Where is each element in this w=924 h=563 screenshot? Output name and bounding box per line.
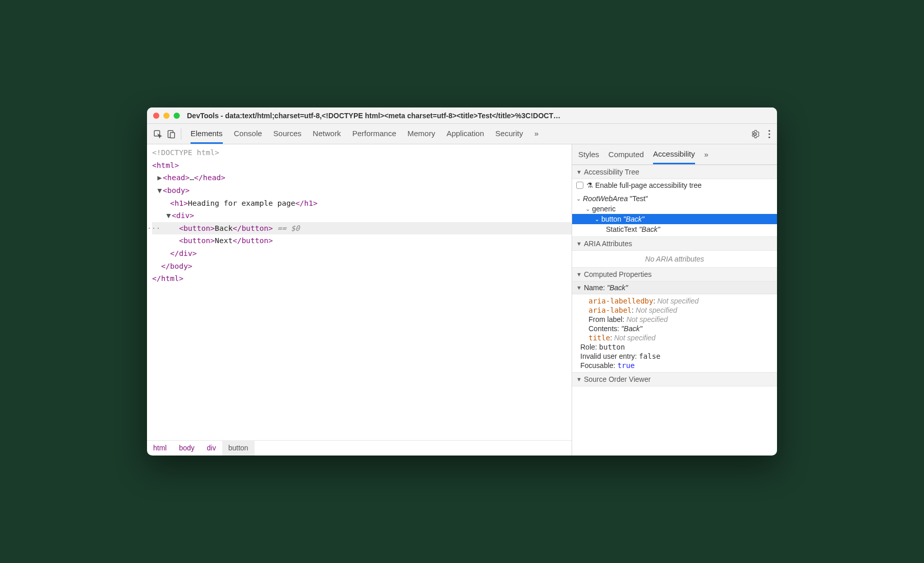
aria-header[interactable]: ▼ARIA Attributes: [572, 236, 777, 251]
svg-point-4: [768, 130, 770, 132]
svg-point-5: [768, 133, 770, 135]
tab-sources[interactable]: Sources: [274, 124, 302, 144]
dom-div-open[interactable]: ▼<div>: [152, 209, 572, 222]
devtools-window: DevTools - data:text/html;charset=utf-8,…: [147, 107, 777, 456]
dom-h1[interactable]: <h1>Heading for example page</h1>: [152, 197, 572, 210]
computed-body: aria-labelledby: Not specified aria-labe…: [572, 294, 777, 372]
breadcrumb-button[interactable]: button: [222, 440, 255, 456]
dom-body-open[interactable]: ▼<body>: [152, 184, 572, 197]
a11y-static-text[interactable]: StaticText "Back": [576, 224, 773, 234]
prop-title: title: Not specified: [576, 333, 773, 342]
breadcrumb-html[interactable]: html: [147, 440, 173, 456]
a11y-static-text-row: StaticText "Back": [572, 224, 777, 236]
kebab-menu-icon[interactable]: [766, 129, 773, 139]
dom-button-back[interactable]: <button>Back</button> == $0: [152, 222, 572, 235]
a11y-tree-header[interactable]: ▼Accessibility Tree: [572, 165, 777, 179]
device-toggle-icon[interactable]: [164, 129, 178, 139]
a11y-enable-row[interactable]: ⚗ Enable full-page accessibility tree: [572, 179, 777, 191]
side-tab-styles[interactable]: Styles: [578, 145, 599, 163]
prop-aria-label: aria-label: Not specified: [576, 306, 773, 315]
a11y-button-selected[interactable]: ⌄button "Back": [572, 214, 777, 224]
svg-rect-2: [171, 133, 175, 138]
side-tab-more[interactable]: »: [704, 145, 708, 163]
prop-aria-labelledby: aria-labelledby: Not specified: [576, 296, 773, 306]
prop-focusable: Focusable: true: [576, 361, 773, 370]
prop-contents: Contents: "Back": [576, 324, 773, 333]
inspect-icon[interactable]: [151, 129, 164, 139]
side-tabs: Styles Computed Accessibility »: [572, 144, 777, 165]
dom-button-next[interactable]: <button>Next</button>: [152, 234, 572, 247]
dom-div-close[interactable]: </div>: [152, 247, 572, 260]
aria-body: No ARIA attributes: [572, 251, 777, 267]
tab-elements[interactable]: Elements: [191, 124, 223, 144]
main-toolbar: Elements Console Sources Network Perform…: [147, 124, 777, 144]
maximize-window-button[interactable]: [174, 113, 180, 119]
prop-from-label: From label: Not specified: [576, 315, 773, 324]
dom-tree[interactable]: <!DOCTYPE html> <html> ▶<head>…</head> ▼…: [147, 144, 572, 440]
content-area: <!DOCTYPE html> <html> ▶<head>…</head> ▼…: [147, 144, 777, 456]
dom-doctype[interactable]: <!DOCTYPE html>: [152, 146, 572, 159]
tab-performance[interactable]: Performance: [352, 124, 396, 144]
breadcrumb-div[interactable]: div: [201, 440, 222, 456]
side-panel: Styles Computed Accessibility » ▼Accessi…: [572, 144, 777, 456]
a11y-generic[interactable]: ⌄generic: [576, 204, 773, 214]
traffic-lights: [153, 113, 180, 119]
tab-network[interactable]: Network: [313, 124, 341, 144]
tab-application[interactable]: Application: [447, 124, 484, 144]
breadcrumb-body[interactable]: body: [173, 440, 200, 456]
tab-console[interactable]: Console: [234, 124, 262, 144]
dom-body-close[interactable]: </body>: [152, 260, 572, 273]
gear-icon[interactable]: [750, 129, 760, 139]
svg-point-6: [768, 136, 770, 138]
tab-security[interactable]: Security: [495, 124, 523, 144]
a11y-root[interactable]: ⌄RootWebArea "Test": [576, 193, 773, 204]
source-order-header[interactable]: ▼Source Order Viewer: [572, 372, 777, 386]
dom-head[interactable]: ▶<head>…</head>: [152, 171, 572, 184]
no-aria-text: No ARIA attributes: [645, 255, 704, 263]
dom-html-close[interactable]: </html>: [152, 272, 572, 285]
minimize-window-button[interactable]: [163, 113, 170, 119]
flask-icon: ⚗: [586, 181, 593, 189]
titlebar: DevTools - data:text/html;charset=utf-8,…: [147, 107, 777, 124]
panel-tabs: Elements Console Sources Network Perform…: [191, 124, 750, 144]
side-tab-computed[interactable]: Computed: [608, 145, 644, 163]
enable-label: Enable full-page accessibility tree: [595, 181, 702, 189]
computed-name-row[interactable]: ▼Name: "Back": [572, 282, 777, 294]
prop-role: Role: button: [576, 342, 773, 352]
svg-point-3: [754, 133, 757, 135]
toolbar-right: [750, 129, 773, 139]
dom-html-open[interactable]: <html>: [152, 159, 572, 172]
dom-panel: <!DOCTYPE html> <html> ▶<head>…</head> ▼…: [147, 144, 572, 456]
a11y-tree-body: ⌄RootWebArea "Test" ⌄generic: [572, 191, 777, 214]
breadcrumb: html body div button: [147, 440, 572, 456]
side-tab-accessibility[interactable]: Accessibility: [653, 145, 695, 164]
close-window-button[interactable]: [153, 113, 159, 119]
enable-checkbox[interactable]: [576, 182, 583, 189]
more-tabs-button[interactable]: »: [534, 124, 538, 144]
window-title: DevTools - data:text/html;charset=utf-8,…: [187, 112, 771, 120]
prop-invalid: Invalid user entry: false: [576, 352, 773, 361]
computed-props-header[interactable]: ▼Computed Properties: [572, 267, 777, 282]
separator: [181, 128, 181, 140]
tab-memory[interactable]: Memory: [408, 124, 435, 144]
